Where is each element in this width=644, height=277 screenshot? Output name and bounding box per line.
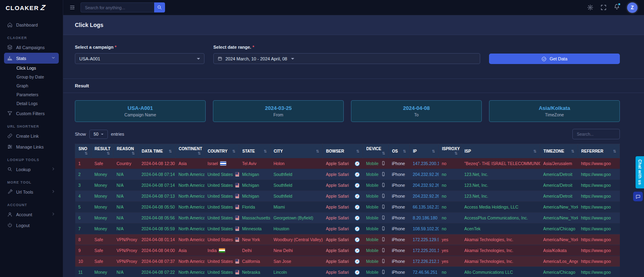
referrer-link[interactable]: https://www.goo <box>581 205 611 209</box>
table-body: 1SafeCountry2024-04-08 12:30 PMAsiaIsrae… <box>75 158 620 277</box>
column-header-ip[interactable]: IP⇅ <box>410 144 439 158</box>
main-area: Z Click Logs Select a campaign* USA-A001… <box>63 0 644 277</box>
cell-isproxy: no <box>439 169 461 180</box>
column-header-isproxy[interactable]: ISPROXY⇅ <box>439 144 461 158</box>
cell-os: iPhone <box>389 180 410 191</box>
cell-timezone: America/Detroit <box>540 191 578 202</box>
table-wrapper: SNO⇅RESULT⇅REASON⇅DATA TIME⇅CONTINENT⇅CO… <box>63 144 644 277</box>
cell-isproxy: no <box>439 191 461 202</box>
sidebar-item-url-tools[interactable]: Url Tools <box>4 186 59 197</box>
sidebar-subitem-group-by-date[interactable]: Group by Date <box>4 72 59 81</box>
cell-device: Mobile <box>363 223 389 234</box>
sidebar-item-custom-filters[interactable]: Custom Filters <box>4 108 59 119</box>
column-header-isp[interactable]: ISP⇅ <box>461 144 540 158</box>
referrer-link[interactable]: https://www.goo <box>581 183 611 188</box>
stat-card-campaign-name: USA-A001Campaign Name <box>75 100 206 122</box>
cell-device: Mobile <box>363 234 389 245</box>
cell-sno: 7 <box>75 223 91 234</box>
sidebar-toggle-icon[interactable] <box>70 5 75 10</box>
sidebar-subitem-click-logs[interactable]: Click Logs <box>4 64 59 72</box>
avatar[interactable]: Z <box>627 2 638 13</box>
referrer-link[interactable]: https://www.goo <box>581 161 611 166</box>
sidebar-subitem-graph[interactable]: Graph <box>4 81 59 90</box>
search-icon <box>157 5 162 10</box>
campaign-select[interactable]: USA-A001 <box>75 53 204 64</box>
sliders-icon <box>7 144 12 149</box>
flag-us-icon <box>235 183 239 187</box>
cell-state: Nebraska <box>239 267 270 277</box>
sidebar-item-manage-links[interactable]: Manage Links <box>4 141 59 152</box>
gear-icon[interactable] <box>587 4 593 10</box>
cell-device: Mobile <box>363 169 389 180</box>
notifications-button[interactable] <box>614 4 620 11</box>
referrer-link[interactable]: https://www.goo <box>581 248 611 253</box>
cell-continent: North America <box>175 180 204 191</box>
referrer-link[interactable]: https://www.goo <box>581 226 611 231</box>
column-header-os[interactable]: OS⇅ <box>389 144 410 158</box>
column-header-state[interactable]: STATE⇅ <box>239 144 270 158</box>
lookup-icon <box>7 167 12 172</box>
cell-datetime: 2024-04-08 05:59 PM <box>138 223 175 234</box>
sidebar-subitem-parameters[interactable]: Parameters <box>4 90 59 99</box>
column-header-data-time[interactable]: DATA TIME⇅ <box>138 144 175 158</box>
chat-tab[interactable]: Chat with us <box>636 156 644 188</box>
power-icon <box>7 223 12 228</box>
cell-timezone: America/Detroit <box>540 169 578 180</box>
sidebar-item-create-link[interactable]: Create Link <box>4 130 59 141</box>
stat-label: To <box>414 112 419 117</box>
phone-icon <box>381 226 386 231</box>
sidebar-item-dashboard[interactable]: Dashboard <box>4 19 59 30</box>
fullscreen-icon[interactable] <box>601 4 607 10</box>
global-search-button[interactable] <box>154 2 165 12</box>
brand-z-icon: Z <box>40 4 46 12</box>
column-header-sno[interactable]: SNO⇅ <box>75 144 91 158</box>
date-range-input[interactable]: 2024 March, 10 - 2024 April, 08 <box>213 53 480 64</box>
cell-isp: 123.Net, Inc. <box>461 180 540 191</box>
global-search-input[interactable] <box>80 2 154 12</box>
referrer-link[interactable]: https://www.goo <box>581 237 611 242</box>
table-row: 10SafeVPN/Proxy2024-04-08 07:37 PMNorth … <box>75 256 620 267</box>
cell-reason: N/A <box>114 202 138 213</box>
sidebar-item-stats[interactable]: Stats <box>4 53 59 64</box>
flag-il-icon <box>220 161 226 165</box>
referrer-link[interactable]: https://www.goo <box>581 194 611 198</box>
brand-logo[interactable]: CLOAKER Z <box>0 0 63 15</box>
cell-country: United States <box>204 234 239 245</box>
cell-os: iPhone <box>389 191 410 202</box>
column-header-device[interactable]: DEVICE⇅ <box>363 144 389 158</box>
sidebar-subitem-detail-logs[interactable]: Detail Logs <box>4 99 59 108</box>
safari-icon <box>355 215 360 221</box>
column-header-reason[interactable]: REASON⇅ <box>114 144 138 158</box>
page-size-value: 50 <box>93 132 98 136</box>
sidebar-nav: DashboardCLAOKERAll CampaignsStatsClick … <box>0 15 63 231</box>
referrer-link[interactable]: https://www.goo <box>581 172 611 177</box>
referrer-link[interactable]: https://www.goo <box>581 259 611 264</box>
referrer-link[interactable]: https://www.goo <box>581 215 611 220</box>
sidebar-item-logout[interactable]: Logout <box>4 220 59 231</box>
get-data-button[interactable]: Get Data <box>489 54 620 64</box>
sidebar: CLOAKER Z DashboardCLAOKERAll CampaignsS… <box>0 0 63 277</box>
column-header-city[interactable]: CITY⇅ <box>270 144 323 158</box>
column-header-continent[interactable]: CONTINENT⇅ <box>175 144 204 158</box>
cell-device: Mobile <box>363 202 389 213</box>
cell-sno: 2 <box>75 169 91 180</box>
column-header-timezone[interactable]: TIMEZONE⇅ <box>540 144 578 158</box>
sidebar-item-all-campaigns[interactable]: All Campaigns <box>4 42 59 53</box>
phone-icon <box>381 215 386 220</box>
cell-isp: "Bezeq"- THE ISRAEL TELECOMMUNICATION CO… <box>461 158 540 169</box>
table-search-input[interactable] <box>572 129 620 139</box>
page-size-select[interactable]: 50 <box>89 130 108 139</box>
column-header-result[interactable]: RESULT⇅ <box>91 144 114 158</box>
referrer-link[interactable]: https://www.goo <box>581 270 611 275</box>
column-header-bowser[interactable]: BOWSER⇅ <box>323 144 363 158</box>
flag-us-icon <box>235 194 239 198</box>
column-header-country[interactable]: COUNTRY⇅ <box>204 144 239 158</box>
cell-state: Delhi <box>239 245 270 256</box>
sidebar-item-lookup[interactable]: Lookup <box>4 164 59 175</box>
column-header-referrer[interactable]: REFERRER⇅ <box>578 144 620 158</box>
cell-datetime: 2024-04-08 12:30 PM <box>138 158 175 169</box>
page-size-control: Show 50 entries <box>75 130 124 139</box>
sidebar-item-account[interactable]: Account <box>4 209 59 220</box>
table-row: 1SafeCountry2024-04-08 12:30 PMAsiaIsrae… <box>75 158 620 169</box>
chat-launcher[interactable] <box>633 192 643 201</box>
